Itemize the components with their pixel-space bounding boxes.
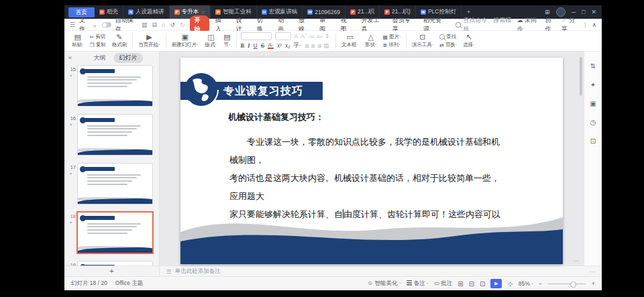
undo-icon[interactable]: ↺ (170, 21, 175, 28)
cursor-icon: ↖ (466, 34, 472, 41)
layout-button[interactable]: ◫ 版式· (202, 31, 221, 51)
underline-button[interactable]: U (254, 42, 258, 49)
properties-icon[interactable]: ⇅ (590, 62, 596, 70)
presentation-tools-button[interactable]: ⊡ 演示工具· (409, 31, 437, 51)
maximize-button[interactable]: □ (582, 9, 585, 15)
picture-button[interactable]: ▦图片· (383, 34, 401, 40)
favorite-star-icon[interactable]: ☆ (201, 9, 205, 15)
slide-thumbnail-15[interactable]: 15✦ (77, 65, 153, 107)
print-icon[interactable]: ⊟ (152, 21, 157, 28)
tab-slides[interactable]: 幻灯片 (114, 53, 143, 63)
arrange-button[interactable]: ≣排列· (383, 42, 401, 48)
beautify-icon[interactable]: ✦ (590, 81, 596, 88)
zoom-in-button[interactable]: + (592, 280, 595, 287)
mini-title-banner (83, 265, 115, 265)
slide-thumbnail-18[interactable]: 18✦ (76, 211, 154, 254)
file-type-icon: N (128, 9, 133, 15)
textbox-button[interactable]: ▭ 文本框· (338, 31, 362, 51)
theme-name[interactable]: Office 主题 (115, 280, 143, 288)
highlight-button[interactable]: 字· (294, 42, 301, 50)
thumbnail-number: 16 (68, 115, 76, 121)
workspace-icon[interactable]: ⊞ (545, 9, 550, 15)
slide-thumbnail-16[interactable]: 16✦ (77, 114, 153, 156)
zoom-out-button[interactable]: − (539, 280, 542, 287)
zoom-slider-knob[interactable] (570, 282, 576, 288)
format-painter-button[interactable]: ✎ 格式刷 (109, 31, 131, 51)
close-button[interactable]: ✕ (591, 9, 596, 15)
select-button[interactable]: ↖ 选择· (460, 31, 478, 51)
file-type-icon: P (350, 9, 356, 15)
view-reading-button[interactable]: ⊡ (480, 280, 485, 288)
font-decrease-button[interactable]: Aˇ (301, 33, 307, 40)
subscript-button[interactable]: x₂ (285, 42, 290, 49)
zoom-level[interactable]: 85% · (519, 280, 533, 287)
body-line: 专业课这一块，零散的知识点比较多，我学的是机械设计基础和机械制图， (229, 133, 506, 169)
paste-button[interactable]: ▤ 粘贴· (68, 31, 87, 51)
mini-text-line (87, 76, 141, 78)
comments-button[interactable]: ▭ 批注 (434, 280, 452, 288)
zoom-slider[interactable] (547, 284, 586, 284)
find-button[interactable]: 查找 (439, 34, 457, 40)
collapse-ribbon-button[interactable]: ∧ (592, 21, 596, 28)
animation-marker-icon: ✦ (69, 122, 72, 127)
cut-button[interactable]: ✂剪切 (90, 34, 106, 40)
play-from-current-button[interactable]: ▶ 当页开始· (135, 31, 164, 51)
replace-button[interactable]: ⇄替换· (439, 42, 457, 48)
save-icon[interactable]: ▥ (142, 21, 148, 28)
align-icons[interactable]: ≣ ≣ ≣ ▤ (305, 42, 329, 49)
slide-title[interactable]: 专业课复习技巧 (223, 84, 303, 99)
new-tab-button[interactable]: + (462, 9, 476, 15)
arrange-icon: ≣ (383, 42, 388, 48)
mini-text-line (87, 82, 132, 84)
minimize-button[interactable]: ─ (572, 9, 576, 15)
preview-icon[interactable]: ⌂ (162, 21, 165, 28)
clipboard-icon: ▤ (74, 34, 81, 41)
notes-bar[interactable]: ☰ 单击此处添加备注 ⋯ (160, 266, 602, 276)
view-normal-button[interactable]: ⊞ (458, 280, 463, 288)
mini-text-line (87, 177, 136, 178)
font-size-box[interactable] (275, 32, 291, 40)
copy-button[interactable]: ❐复制 (90, 42, 106, 48)
slideshow-play-button[interactable]: ▶ (490, 279, 502, 288)
mini-title-banner (83, 69, 115, 73)
new-slide-icon: ▣ (181, 34, 188, 41)
shape-button[interactable]: △ 形状· (362, 31, 380, 51)
section-button[interactable]: ▤ 节· (220, 31, 233, 51)
globe-icon (183, 72, 219, 108)
line-spacing-button[interactable]: ⇕· (325, 33, 331, 40)
view-sorter-button[interactable]: ⊟ (469, 280, 474, 288)
notes-toggle-button[interactable]: ☰ 备注 · (407, 280, 429, 288)
slide-thumbnail-panel: « 大纲 幻灯片 15✦16✦17✦18✦19✦ (64, 52, 160, 265)
slide-thumbnail-17[interactable]: 17✦ (77, 163, 153, 204)
right-sidebar: ⇅✦▣◷⊡ (584, 52, 602, 265)
thumbnail-number: 19 (68, 262, 76, 265)
collapse-panel-button[interactable]: « (68, 54, 72, 61)
mini-title-banner (83, 167, 115, 171)
strikethrough-button[interactable]: S (261, 42, 265, 49)
redo-icon[interactable]: ↻ (180, 21, 185, 28)
vertical-scrollbar[interactable] (580, 57, 582, 96)
slide-18[interactable]: 专业课复习技巧 机械设计基础复习技巧： 专业课这一块，零散的知识点比较多，我学的… (180, 58, 563, 264)
history-icon[interactable]: ◷ (590, 119, 596, 126)
slide-canvas[interactable]: 专业课复习技巧 机械设计基础复习技巧： 专业课这一块，零散的知识点比较多，我学的… (160, 52, 584, 265)
list-icons[interactable]: ≔ ≕ (309, 33, 322, 40)
bold-button[interactable]: B (241, 42, 245, 49)
font-name-box[interactable] (241, 32, 272, 40)
add-slide-button[interactable]: + (64, 266, 160, 276)
new-slide-button[interactable]: ▣ 新建幻灯片· (168, 31, 202, 51)
slide-thumbnail-19[interactable]: 19✦ (77, 261, 153, 265)
shape-icon: △ (368, 34, 374, 41)
tab-outline[interactable]: 大纲 (89, 53, 111, 63)
layers-icon[interactable]: ▣ (590, 100, 596, 107)
replace-icon: ⇄ (439, 42, 444, 48)
italic-button[interactable]: I (248, 42, 250, 49)
smart-beautify-button[interactable]: ☺ 智能美化 · (368, 280, 401, 288)
superscript-button[interactable]: x² (277, 42, 282, 49)
font-color-button[interactable]: A· (268, 42, 274, 49)
slide-subtitle[interactable]: 机械设计基础复习技巧： (228, 111, 324, 123)
resource-icon[interactable]: ⊡ (590, 137, 596, 145)
font-increase-button[interactable]: A (294, 33, 299, 40)
notes-icon: ☰ (166, 268, 172, 275)
mini-title-banner (83, 216, 115, 220)
fit-slide-icon[interactable]: ⊹ (507, 280, 513, 288)
